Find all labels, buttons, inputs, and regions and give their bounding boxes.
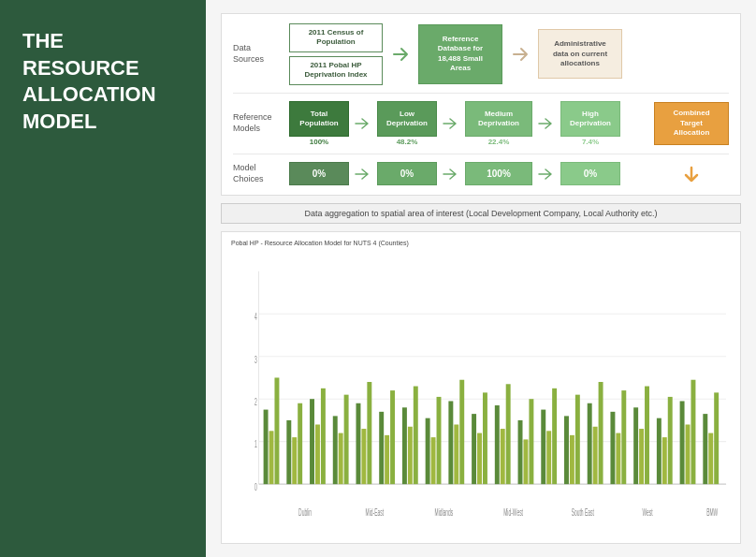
low-dep-group: Low Deprivation 48.2% [377,101,437,147]
svg-rect-51 [610,412,615,484]
svg-rect-45 [564,417,569,485]
chart-area: 0 1 2 3 4 Dublin Mid-East Midlands Mid-W… [231,250,731,527]
svg-rect-58 [662,437,667,484]
svg-rect-50 [599,382,603,484]
separator-1 [233,93,729,94]
arrow-to-ref [387,43,414,66]
svg-rect-33 [472,414,476,484]
svg-rect-23 [390,390,395,484]
bar-chart-svg: 0 1 2 3 4 Dublin Mid-East Midlands Mid-W… [231,250,731,527]
svg-rect-25 [408,427,413,484]
low-dep-label: Low Deprivation [383,110,431,129]
svg-text:4: 4 [254,311,257,323]
arr-m1 [353,168,373,181]
source-boxes: 2011 Census of Population 2011 Pobal HP … [289,23,383,85]
low-dep-box: Low Deprivation [377,101,437,138]
med-dep-box: Medium Deprivation [465,101,532,138]
svg-rect-10 [292,437,297,484]
svg-rect-48 [588,403,592,484]
svg-rect-31 [454,425,458,485]
svg-rect-22 [385,435,389,484]
ref-model-boxes: Total Population 100% Low Deprivation 48… [289,101,620,147]
arr3 [536,117,557,130]
svg-rect-13 [315,425,320,485]
med-dep-group: Medium Deprivation 22.4% [465,101,532,147]
svg-rect-62 [691,380,695,484]
med-dep-label: Medium Deprivation [471,110,527,129]
arr2 [441,117,461,130]
svg-rect-63 [703,414,707,484]
svg-rect-47 [575,395,580,485]
diagram-inner: Data Sources 2011 Census of Population 2… [233,23,729,185]
arrow-to-admin [507,43,533,66]
model-low-box: 0% [377,162,437,185]
svg-rect-59 [668,397,673,484]
svg-rect-56 [645,387,649,485]
data-sources-content: 2011 Census of Population 2011 Pobal HP … [289,23,729,85]
svg-rect-42 [541,410,545,485]
svg-rect-55 [639,429,644,484]
svg-rect-65 [714,393,719,485]
census-box: 2011 Census of Population [289,23,383,52]
svg-rect-7 [269,432,274,485]
combined-down-arrow [680,163,703,185]
svg-rect-6 [264,410,269,485]
svg-rect-9 [286,420,291,484]
total-pop-label: Total Population [295,110,343,129]
svg-rect-18 [356,403,361,484]
separator-2 [233,154,729,154]
svg-rect-29 [437,397,442,484]
svg-rect-39 [518,420,523,484]
arr-m3 [536,168,557,181]
high-dep-val: 7.4% [582,138,599,146]
svg-rect-11 [298,403,302,484]
svg-rect-60 [680,402,685,485]
svg-rect-17 [344,395,349,485]
svg-rect-43 [546,432,551,485]
svg-rect-32 [459,380,464,484]
aggregation-banner: Data aggregation to spatial area of inte… [221,203,741,224]
svg-rect-28 [431,437,436,484]
svg-rect-16 [339,433,343,485]
svg-rect-36 [495,405,500,484]
svg-rect-57 [657,418,662,485]
reference-db-box: Reference Database for 18,488 Small Area… [418,24,502,84]
svg-rect-27 [426,418,430,485]
main-title: THE RESOURCE ALLOCATION MODEL [22,28,183,135]
pobal-box: 2011 Pobal HP Deprivation Index [289,56,383,85]
svg-rect-21 [379,412,384,484]
svg-rect-30 [448,402,453,485]
svg-text:1: 1 [254,438,257,450]
svg-rect-44 [552,388,557,484]
admin-data-box: Administrative data on current allocatio… [538,29,622,79]
high-dep-group: High Deprivation 7.4% [560,101,620,147]
svg-rect-35 [483,393,487,485]
total-pop-box: Total Population [289,101,349,138]
svg-rect-34 [477,433,482,485]
svg-text:West: West [642,506,652,519]
combined-arrow-area [654,163,729,185]
svg-rect-61 [686,425,691,485]
data-sources-label: Data Sources [233,23,289,85]
svg-rect-15 [333,417,338,485]
svg-rect-46 [570,435,574,484]
chart-title: Pobal HP - Resource Allocation Model for… [231,240,731,246]
svg-rect-12 [310,400,314,485]
model-choices-content: 0% 0% 100% 0% [289,162,729,185]
model-med-box: 100% [465,162,532,185]
svg-text:BMW: BMW [706,506,718,519]
svg-rect-8 [274,378,279,485]
total-pop-group: Total Population 100% [289,101,349,147]
med-dep-val: 22.4% [488,138,510,146]
combined-area: Combined Target Allocation [654,102,729,144]
arr1 [353,117,373,130]
svg-rect-40 [523,440,528,485]
svg-rect-41 [529,400,533,485]
svg-rect-26 [414,387,418,485]
svg-rect-24 [402,408,407,485]
arr-m2 [441,168,461,181]
svg-text:2: 2 [254,396,257,408]
model-high-box: 0% [560,162,620,185]
svg-text:Dublin: Dublin [298,506,312,519]
svg-rect-52 [616,433,620,485]
